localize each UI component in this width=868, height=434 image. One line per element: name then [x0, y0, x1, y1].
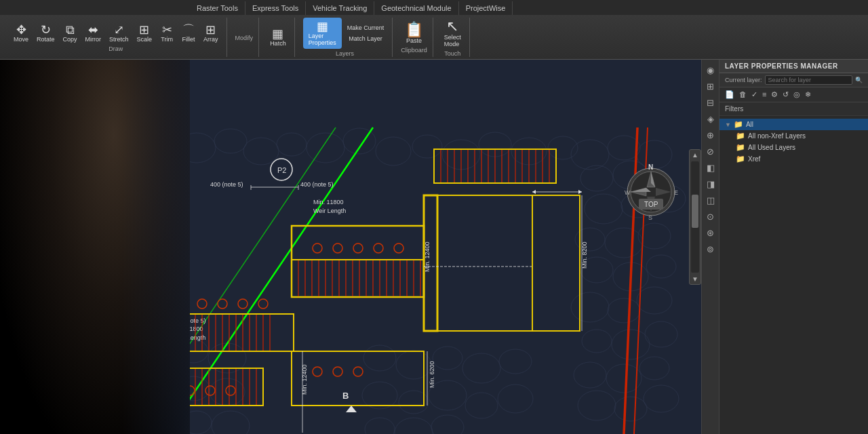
filters-section-label: Filters	[719, 102, 868, 116]
clipboard-group-label: Clipboard	[401, 47, 427, 54]
scroll-track	[691, 161, 699, 273]
ribbon-draw-buttons: ✥Move ↻Rotate ⧉Copy ⬌Mirror ⤢Stretch ⊞Sc…	[11, 22, 221, 44]
tree-item-non-xref[interactable]: 📁 All non-Xref Layers	[719, 130, 868, 142]
tab-projectwise[interactable]: ProjectWise	[459, 1, 513, 15]
folder-icon: 📁	[736, 132, 745, 140]
new-layer-btn[interactable]: 📄	[724, 90, 736, 100]
layers-group-label: Layers	[336, 50, 354, 57]
show-filters-btn[interactable]: ≡	[761, 90, 768, 100]
svg-text:Min. 6200: Min. 6200	[429, 361, 435, 388]
layer-properties-button[interactable]: ▦LayerProperties	[303, 18, 342, 49]
sidebar-icon-12[interactable]: ⊚	[703, 241, 718, 256]
expand-arrow: ▼	[725, 121, 731, 128]
delete-layer-btn[interactable]: 🗑	[738, 90, 748, 100]
layer-panel-title: LAYER PROPERTIES MANAGER	[719, 60, 868, 73]
svg-text:W: W	[625, 189, 631, 196]
svg-text:B: B	[342, 391, 349, 401]
svg-text:400 (note 5): 400 (note 5)	[300, 181, 334, 188]
ribbon-group-hatch: ▦Hatch	[262, 18, 295, 57]
sidebar-icon-9[interactable]: ◫	[703, 193, 718, 208]
copy-button[interactable]: ⧉Copy	[60, 22, 80, 44]
move-button[interactable]: ✥Move	[11, 22, 31, 44]
tree-item-xref[interactable]: 📁 Xref	[719, 153, 868, 165]
sidebar-icon-2[interactable]: ⊞	[703, 79, 718, 94]
svg-text:400 (note 5): 400 (note 5)	[210, 181, 243, 188]
hatch-button[interactable]: ▦Hatch	[267, 26, 289, 48]
scroll-down-btn[interactable]: ▼	[690, 274, 701, 284]
refresh-btn[interactable]: ↺	[781, 90, 790, 100]
fillet-button[interactable]: ⌒Fillet	[179, 22, 198, 44]
folder-icon: 📁	[736, 143, 745, 152]
svg-text:Min. 12400: Min. 12400	[424, 241, 431, 272]
sidebar-icon-3[interactable]: ⊟	[703, 95, 718, 110]
person-silhouette	[0, 60, 190, 434]
ribbon-content: ✥Move ↻Rotate ⧉Copy ⬌Mirror ⤢Stretch ⊞Sc…	[0, 15, 868, 60]
tree-item-all[interactable]: ▼ 📁 All	[719, 119, 868, 130]
sidebar-icon-11[interactable]: ⊛	[703, 225, 718, 240]
current-layer-row: Current layer: 🔍	[719, 73, 868, 87]
tree-item-label: All	[746, 121, 753, 128]
scroll-up-btn[interactable]: ▲	[690, 150, 701, 160]
layer-tree: ▼ 📁 All 📁 All non-Xref Layers 📁 All Used…	[719, 116, 868, 434]
main-area: P2 400 (note 5) 400 (note 5) Min. 11800 …	[0, 60, 868, 434]
mirror-button[interactable]: ⬌Mirror	[83, 22, 104, 44]
folder-icon: 📁	[734, 120, 743, 129]
svg-text:N: N	[648, 163, 653, 171]
svg-text:Weir Length: Weir Length	[313, 208, 346, 214]
tree-item-label: All non-Xref Layers	[748, 132, 806, 140]
mini-scrollbar[interactable]: ▲ ▼	[689, 149, 701, 285]
ribbon-group-modify: Modify	[230, 18, 260, 57]
svg-text:P2: P2	[277, 166, 286, 174]
tab-geotechnical[interactable]: Geotechnical Module	[374, 1, 458, 15]
cad-area[interactable]: P2 400 (note 5) 400 (note 5) Min. 11800 …	[0, 60, 719, 434]
select-mode-button[interactable]: ↖SelectMode	[441, 18, 464, 49]
tree-item-label: All Used Layers	[748, 144, 795, 151]
set-current-btn[interactable]: ✓	[750, 90, 759, 100]
ribbon: Raster Tools Express Tools Vehicle Track…	[0, 0, 868, 60]
search-icon[interactable]: 🔍	[855, 77, 863, 83]
layer-properties-panel: LAYER PROPERTIES MANAGER Current layer: …	[719, 60, 868, 434]
sidebar-icon-10[interactable]: ⊙	[703, 209, 718, 224]
draw-group-label: Draw	[108, 45, 123, 52]
folder-icon: 📁	[736, 155, 745, 163]
sidebar-icon-8[interactable]: ◨	[703, 176, 718, 191]
isolate-btn[interactable]: ◎	[792, 90, 802, 100]
svg-text:Min. 8200: Min. 8200	[581, 241, 588, 269]
layer-toolbar: 📄 🗑 ✓ ≡ ⚙ ↺ ◎ ❄	[719, 87, 868, 102]
scale-button[interactable]: ⊞Scale	[134, 22, 155, 44]
scroll-thumb[interactable]	[692, 195, 698, 228]
svg-text:TOP: TOP	[644, 201, 658, 208]
settings-btn[interactable]: ⚙	[770, 90, 779, 100]
layer-search-input[interactable]	[765, 75, 852, 85]
svg-text:Min. 11800: Min. 11800	[313, 199, 344, 205]
make-current-button[interactable]: Make Current	[344, 23, 387, 33]
stretch-button[interactable]: ⤢Stretch	[106, 22, 132, 44]
modify-group-label: Modify	[235, 35, 254, 41]
array-button[interactable]: ⊞Array	[201, 22, 221, 44]
match-layer-button[interactable]: Match Layer	[344, 34, 387, 43]
touch-group-label: Touch	[444, 50, 460, 57]
ribbon-group-touch: ↖SelectMode Touch	[436, 18, 470, 57]
freeze-btn[interactable]: ❄	[804, 90, 812, 100]
tab-vehicle-tracking[interactable]: Vehicle Tracking	[306, 1, 374, 15]
ribbon-tabs: Raster Tools Express Tools Vehicle Track…	[0, 0, 868, 15]
rotate-button[interactable]: ↻Rotate	[34, 22, 58, 44]
current-layer-label: Current layer:	[725, 77, 762, 83]
tree-item-used[interactable]: 📁 All Used Layers	[719, 142, 868, 153]
tree-item-label: Xref	[748, 155, 760, 163]
ribbon-group-clipboard: 📋Paste Clipboard	[395, 18, 433, 57]
sidebar-icon-4[interactable]: ◈	[703, 111, 718, 126]
tab-raster-tools[interactable]: Raster Tools	[190, 1, 245, 15]
sidebar-icon-7[interactable]: ◧	[703, 160, 718, 175]
sidebar-icon-6[interactable]: ⊘	[703, 144, 718, 159]
sidebar-icon-5[interactable]: ⊕	[703, 127, 718, 142]
trim-button[interactable]: ✂Trim	[157, 22, 176, 44]
ribbon-group-layers: ▦LayerProperties Make Current Match Laye…	[298, 18, 393, 57]
paste-button[interactable]: 📋Paste	[402, 21, 426, 45]
ribbon-group-draw: ✥Move ↻Rotate ⧉Copy ⬌Mirror ⤢Stretch ⊞Sc…	[5, 18, 227, 57]
svg-text:Min. 12400: Min. 12400	[301, 364, 308, 395]
svg-text:S: S	[648, 214, 652, 221]
sidebar-icon-1[interactable]: ◉	[703, 62, 718, 77]
tab-express-tools[interactable]: Express Tools	[245, 1, 306, 15]
sidebar-icon-panel: ◉ ⊞ ⊟ ◈ ⊕ ⊘ ◧ ◨ ◫ ⊙ ⊛ ⊚	[701, 60, 719, 434]
